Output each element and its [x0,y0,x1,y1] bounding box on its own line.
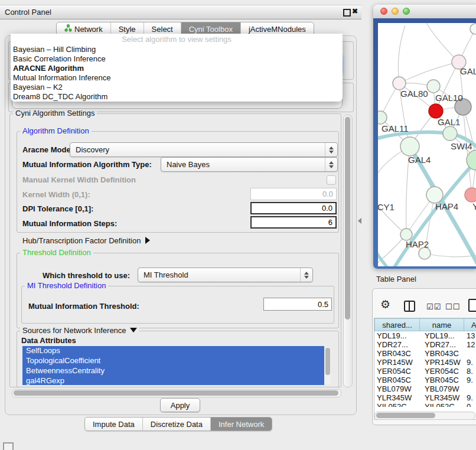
manual-kernel-width-label: Manual Kernel Width Definition [22,175,136,184]
threshold-definition-legend: Threshold Definition [20,249,93,257]
table-hscroll-thumb[interactable] [376,413,435,418]
columns-icon[interactable] [404,301,415,312]
zoom-traffic-light-icon[interactable] [403,8,410,15]
window-resize-grip[interactable] [3,442,14,450]
column-header-name[interactable]: name [420,318,464,331]
table-cell: YDR27... [374,340,420,349]
table-row[interactable]: YLR345WYLR345W9. [374,393,476,402]
network-canvas[interactable]: GAL7GAL80GAL10GAL1GAL11GAL4SWI4GCY1HAP4Y… [378,23,476,266]
mi-algorithm-type-select[interactable]: Naive Bayes [161,157,338,172]
mi-threshold-legend: MI Threshold Definition [25,282,108,290]
table-panel-title: Table Panel [376,275,416,283]
settings-horizontal-scrollbar[interactable] [12,389,341,397]
attributes-scroll-thumb[interactable] [325,348,330,375]
collapse-arrow-icon[interactable] [130,328,137,332]
node-label-gal7: GAL7 [460,66,476,76]
settings-vertical-scrollbar[interactable] [343,115,353,387]
tab-infer-network[interactable]: Infer Network [211,418,272,431]
gear-icon[interactable]: ⚙ [380,298,390,311]
table-cell: YBL079W [420,384,464,393]
mi-threshold-input[interactable] [263,298,332,311]
expand-arrow-icon[interactable] [145,237,150,244]
table-row[interactable]: YBR045CYBR045C9. [374,376,476,384]
hub-definition-row[interactable]: Hub/Transcription Factor Definition [22,236,150,245]
mi-steps-input[interactable] [250,216,337,229]
table-cell: YBL079W [374,384,420,393]
table-row[interactable]: YBL079WYBL079W [374,384,476,393]
node-red[interactable] [429,104,443,118]
tab-label: jActiveMNodules [249,25,306,34]
aracne-mode-select[interactable]: Discovery [70,142,338,157]
hub-definition-label: Hub/Transcription Factor Definition [22,236,141,245]
node-gal10[interactable] [427,80,440,93]
table-cell: YBR043C [420,349,464,358]
table-cell: YIL052C [420,402,464,407]
attributes-list-scrollbar[interactable] [325,347,331,384]
algorithm-option-basic-correlation-inference[interactable]: Basic Correlation Inference [11,54,343,64]
table-row[interactable]: YDL19...YDL19...13 [374,331,476,340]
select-all-columns-icon[interactable]: ☑☑ [426,302,441,311]
table-row[interactable]: YIL052CYIL052C0. [374,402,476,407]
table-row[interactable]: YPR145WYPR145W9. [374,358,476,367]
dpi-tolerance-input[interactable] [250,202,337,214]
network-window-titlebar[interactable] [373,5,476,19]
data-attributes-list[interactable]: SelfLoopsTopologicalCoefficientBetweenne… [22,346,324,385]
node-y[interactable] [465,188,476,202]
node-hap2[interactable] [400,229,412,240]
settings-hscroll-thumb[interactable] [14,390,338,396]
node-bottom[interactable] [419,247,431,259]
tab-label: Discretize Data [151,420,203,429]
table-cell: 13 [464,331,476,340]
table-cell: YBR043C [374,349,420,358]
table-cell: YPR145W [374,358,420,367]
panel-splitter-handle[interactable] [358,218,361,224]
node-hap4[interactable] [426,187,443,203]
node-gal4[interactable] [400,137,419,156]
node-gal1[interactable] [443,126,457,141]
aracne-mode-value: Discovery [70,145,325,154]
attribute-item-betweennesscentrality[interactable]: BetweennessCentrality [22,366,324,376]
kernel-width-input[interactable] [250,188,337,200]
node-label-gal11: GAL11 [382,123,409,133]
kernel-width-label: Kernel Width (0,1): [22,190,90,199]
stepper-icon [300,268,312,282]
node-label-gal1: GAL1 [438,117,460,127]
attribute-item-topologicalcoefficient[interactable]: TopologicalCoefficient [22,356,324,366]
algorithm-option-mutual-information-inference[interactable]: Mutual Information Inference [11,73,343,83]
float-window-icon[interactable] [343,9,351,17]
settings-scroll-thumb[interactable] [345,117,350,319]
table-cell: YLR345W [420,393,464,402]
node-gal80[interactable] [393,77,406,90]
algorithm-option-bayesian-hill-climbing[interactable]: Bayesian – Hill Climbing [11,45,343,54]
column-header-shared-[interactable]: shared... [374,318,420,331]
table-row[interactable]: YBR043CYBR043C [374,349,476,358]
export-table-icon[interactable] [468,299,476,312]
cyni-bottom-tabs: Impute DataDiscretize DataInfer Network [84,417,272,431]
algorithm-option-aracne-algorithm[interactable]: ARACNE Algorithm [11,64,343,73]
column-header-a[interactable]: A [464,318,476,331]
close-icon[interactable]: ✖ [352,7,358,15]
node-label-gal4: GAL4 [408,155,431,165]
table-cell: YBR045C [420,376,464,384]
close-traffic-light-icon[interactable] [380,8,387,15]
node-gal11[interactable] [378,111,387,124]
which-threshold-select[interactable]: MI Threshold [138,268,313,282]
attribute-item-selfloops[interactable]: SelfLoops [22,346,324,356]
algorithm-option-dream8-dc-tdc-algorithm[interactable]: Dream8 DC_TDC Algorithm [11,92,343,102]
apply-button[interactable]: Apply [160,398,200,412]
attribute-item-gal4rgexp[interactable]: gal4RGexp [22,376,324,385]
tab-impute-data[interactable]: Impute Data [85,418,143,431]
node-label-hap2: HAP2 [406,239,429,249]
table-row[interactable]: YER054CYER054C8. [374,367,476,376]
tab-discretize-data[interactable]: Discretize Data [143,418,211,431]
deselect-all-columns-icon[interactable]: ☐☐ [445,302,460,311]
table-row[interactable]: YDR27...YDR27...12 [374,340,476,349]
algorithm-option-bayesian-k2[interactable]: Bayesian – K2 [11,83,343,92]
minimize-traffic-light-icon[interactable] [392,8,399,15]
node-top-partial[interactable] [470,24,476,34]
manual-kernel-width-checkbox[interactable] [327,175,336,185]
table-cell: 0. [464,402,476,407]
data-attributes-label: Data Attributes [21,336,76,345]
table-horizontal-scrollbar[interactable] [374,412,475,420]
stepper-icon [325,158,337,171]
